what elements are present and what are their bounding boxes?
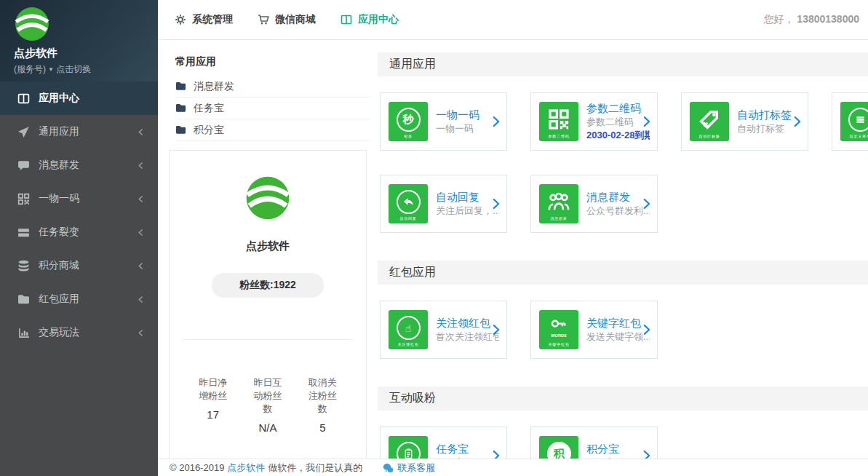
chevron-left-icon [138,195,143,203]
sidebar-item-task-fission[interactable]: 任务裂变 [0,215,158,249]
sidebar-item-label: 通用应用 [39,125,138,138]
quick-item-task-bao[interactable]: 任务宝 [175,98,370,119]
account-stats: 昨日净增粉丝 17 昨日互动粉丝数 N/A 取消关注粉丝数 5 [170,376,366,434]
sidebar-item-label: 任务裂变 [39,226,138,239]
card-text: 参数二维码 参数二维码 2030-02-28到期 [586,101,650,142]
tile-caption: 自动回复 [394,216,423,221]
sidebar-item-message-broadcast[interactable]: 消息群发 [0,148,158,182]
gear-icon [175,14,186,25]
chevron-right-icon [493,198,500,210]
brand-subtitle: (服务号) [14,63,46,76]
app-card-custom-menu-partial[interactable]: 自定义菜单 [832,92,868,151]
section-general-apps: 通用应用 秒 秒杀 一物一码 一物一码 参数二维码 [378,52,868,233]
sidebar-item-one-item-one-code[interactable]: 一物一码 [0,182,158,215]
topnav-label: 微信商城 [275,13,316,26]
app-card-param-qrcode[interactable]: 参数二维码 参数二维码 参数二维码 2030-02-28到期 [530,92,658,151]
topnav-item-app-center[interactable]: 应用中心 [341,13,399,26]
chevron-right-icon [493,324,500,336]
main-content: 通用应用 秒 秒杀 一物一码 一物一码 参数二维码 [378,41,868,459]
paperplane-icon [17,126,30,138]
chevron-right-icon [643,324,650,336]
sidebar-item-app-center[interactable]: 应用中心 [0,82,158,115]
account-card: 点步软件 粉丝数:1922 昨日净增粉丝 17 昨日互动粉丝数 N/A 取消关注… [169,150,367,461]
app-card-message-broadcast[interactable]: 消息群发 消息群发 公众号群发利... [530,175,658,233]
key-tile-icon: WORDS 关键字红包 [539,310,578,349]
card-text: 自动回复 关注后回复，... [436,190,499,218]
folder-icon [17,293,30,306]
section-redpacket-apps: 红包应用 ☝ 关注领红包 关注领红包 首次关注领红包 [378,261,868,359]
app-card-auto-reply[interactable]: 自动回复 自动回复 关注后回复，... [380,175,507,233]
app-card-keyword-redpacket[interactable]: WORDS 关键字红包 关键字红包 发送关键字领... [530,301,658,359]
copyright-text: © 2016-2019 [170,462,224,473]
chevron-left-icon [138,295,143,304]
task-badge-icon: 任务宝 [389,436,428,459]
app-card-one-item-one-code[interactable]: 秒 秒杀 一物一码 一物一码 [380,92,507,151]
topnav-label: 应用中心 [358,13,399,26]
section-title: 红包应用 [378,261,868,285]
cart-icon [258,14,269,25]
stat-net-new-fans: 昨日净增粉丝 17 [188,376,239,434]
sidebar-item-general-apps[interactable]: 通用应用 [0,115,158,148]
card-subtitle: 自动打标签 [737,122,792,135]
card-title: 自动回复 [436,190,499,205]
stat-value: N/A [242,421,293,434]
stat-interacting-fans: 昨日互动粉丝数 N/A [242,376,293,434]
badge-char: 积 [554,447,565,459]
card-text: 任务宝 任务宝 [436,442,469,459]
folder-icon [175,103,186,114]
barchart-icon [17,327,30,339]
app-page: 点步软件 (服务号)▼点击切换 应用中心 通用应用 消息群发 一物一码 任务裂变 [0,0,868,476]
section-title: 通用应用 [378,52,868,76]
quick-item-label: 消息群发 [194,80,234,93]
stat-unfollow-fans: 取消关注粉丝数 5 [297,376,348,434]
card-text: 一物一码 一物一码 [436,108,479,135]
chevron-right-icon [493,450,500,459]
divider [183,339,353,340]
contact-support-link[interactable]: 联系客服 [383,461,435,475]
sidebar-item-points-mall[interactable]: 积分商城 [0,249,158,282]
footer: © 2016-2019 点步软件 做软件，我们是认真的 联系客服 [158,459,868,476]
sidebar-item-label: 交易玩法 [39,326,138,339]
hand-click-glyph: ☝ [405,322,412,334]
chevron-right-icon [493,116,500,127]
chevron-left-icon [138,229,143,237]
quick-item-points-bao[interactable]: 积分宝 [175,119,370,141]
caret-down-icon: ▼ [48,66,54,73]
app-card-task-bao[interactable]: 任务宝 任务宝 任务宝 [380,427,507,459]
contact-label: 联系客服 [397,461,435,475]
card-title: 关注领红包 [436,316,499,330]
section-title: 互动吸粉 [378,386,868,410]
topnav-item-wechat-mall[interactable]: 微信商城 [258,13,316,26]
app-card-follow-redpacket[interactable]: ☝ 关注领红包 关注领红包 首次关注领红包 [380,301,507,359]
chevron-left-icon [138,329,143,337]
rows-icon [17,226,30,239]
sidebar-item-redpacket-apps[interactable]: 红包应用 [0,282,158,316]
footer-brand-link[interactable]: 点步软件 [227,461,265,475]
quick-item-message-broadcast[interactable]: 消息群发 [175,76,370,98]
account-switcher[interactable]: (服务号)▼点击切换 [14,63,158,76]
app-card-auto-tag[interactable]: 自动打标签 自动打标签 自动打标签 [681,92,808,151]
tag-tile-icon: 自动打标签 [690,102,729,141]
fans-count-badge: 粉丝数:1922 [212,273,324,298]
qrcode-tile-icon: 参数二维码 [539,102,578,141]
card-row: 自动回复 自动回复 关注后回复，... 消息群发 消息群发 公众 [378,175,868,233]
sidebar-item-trade-play[interactable]: 交易玩法 [0,316,158,349]
chevron-right-icon [643,450,650,459]
card-text: 关键字红包 发送关键字领... [586,316,650,344]
topnav-item-system-admin[interactable]: 系统管理 [175,13,233,26]
card-row: 秒 秒杀 一物一码 一物一码 参数二维码 参数二维码 [378,92,868,151]
card-subtitle: 关注后回复，... [436,205,499,218]
card-text: 自动打标签 自动打标签 [737,108,792,135]
tile-caption: 消息群发 [545,216,573,221]
card-title: 一物一码 [436,108,479,122]
greeting-text: 您好， [763,13,794,25]
stat-value: 5 [297,421,348,434]
badge-char: 秒 [403,113,414,127]
card-expiry: 2030-02-28到期 [586,129,650,142]
app-card-points-bao[interactable]: 积 积分宝 积分宝 积分宝 [530,427,658,459]
card-subtitle: 发送关键字领... [586,330,650,344]
quick-panel: 常用应用 消息群发 任务宝 积分宝 点步软件 粉丝数:1922 昨日净增粉丝 1… [158,41,378,459]
sidebar: 点步软件 (服务号)▼点击切换 应用中心 通用应用 消息群发 一物一码 任务裂变 [0,0,158,476]
stat-label: 昨日互动粉丝数 [251,376,284,416]
account-name: 点步软件 [170,239,366,253]
